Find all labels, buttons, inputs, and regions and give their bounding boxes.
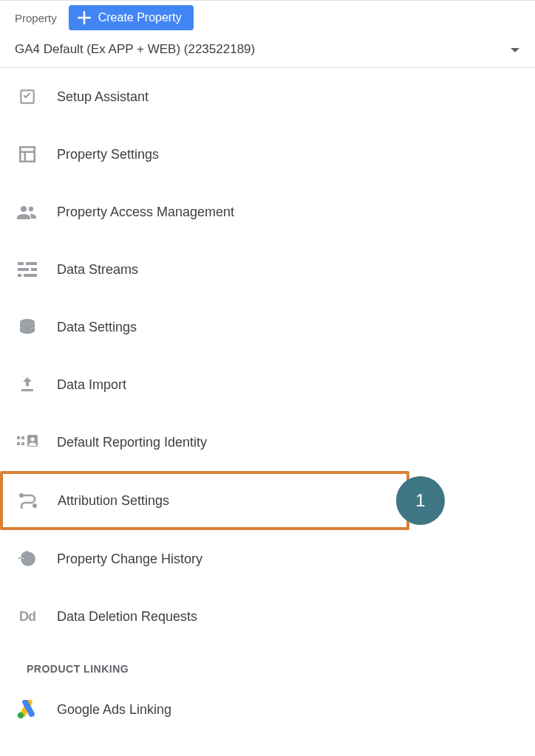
property-selector[interactable]: GA4 Default (Ex APP + WEB) (223522189) bbox=[0, 35, 535, 68]
menu-item-property-settings[interactable]: Property Settings bbox=[0, 126, 535, 183]
menu-label: Data Deletion Requests bbox=[57, 609, 197, 625]
menu-label: Data Streams bbox=[57, 262, 138, 278]
menu-label: Attribution Settings bbox=[58, 493, 169, 509]
menu-item-attribution-settings[interactable]: Attribution Settings bbox=[0, 471, 409, 530]
streams-icon bbox=[17, 259, 38, 280]
svg-point-8 bbox=[20, 319, 35, 325]
property-header: Property Create Property bbox=[0, 0, 535, 35]
history-icon bbox=[17, 549, 38, 569]
menu-label: Default Reporting Identity bbox=[57, 435, 207, 450]
upload-icon bbox=[17, 374, 38, 395]
svg-rect-10 bbox=[21, 436, 24, 439]
database-icon bbox=[17, 317, 38, 337]
svg-rect-5 bbox=[31, 268, 37, 271]
svg-rect-9 bbox=[17, 436, 20, 439]
menu-item-change-history[interactable]: Property Change History bbox=[0, 530, 535, 588]
svg-rect-3 bbox=[26, 262, 37, 265]
menu-label: Property Access Management bbox=[57, 205, 234, 220]
svg-point-19 bbox=[18, 712, 24, 718]
menu-item-data-import[interactable]: Data Import bbox=[0, 356, 535, 413]
attribution-highlight-wrapper: Attribution Settings 1 bbox=[0, 471, 409, 530]
layout-icon bbox=[17, 144, 38, 165]
menu-label: Google Ads Linking bbox=[57, 702, 171, 718]
svg-point-1 bbox=[29, 207, 33, 211]
svg-point-0 bbox=[21, 206, 27, 212]
create-property-label: Create Property bbox=[98, 11, 182, 24]
property-menu: Setup Assistant Property Settings Proper… bbox=[0, 68, 535, 736]
checkbox-icon bbox=[17, 86, 38, 107]
menu-label: Data Import bbox=[57, 377, 126, 393]
create-property-button[interactable]: Create Property bbox=[69, 5, 194, 30]
svg-rect-4 bbox=[18, 268, 29, 271]
svg-rect-6 bbox=[18, 274, 21, 277]
svg-point-16 bbox=[33, 504, 37, 508]
section-product-linking: PRODUCT LINKING bbox=[0, 645, 535, 681]
menu-label: Property Change History bbox=[57, 551, 202, 567]
svg-point-14 bbox=[31, 438, 35, 441]
menu-item-setup-assistant[interactable]: Setup Assistant bbox=[0, 68, 535, 126]
plus-icon bbox=[78, 11, 91, 24]
svg-rect-2 bbox=[18, 262, 24, 265]
menu-item-google-ads-linking[interactable]: Google Ads Linking bbox=[0, 681, 535, 736]
data-deletion-icon: Dd bbox=[17, 606, 38, 627]
attribution-path-icon bbox=[18, 490, 38, 511]
menu-item-data-deletion[interactable]: Dd Data Deletion Requests bbox=[0, 588, 535, 645]
svg-rect-7 bbox=[24, 274, 37, 277]
menu-item-property-access[interactable]: Property Access Management bbox=[0, 183, 535, 241]
menu-label: Data Settings bbox=[57, 320, 137, 335]
people-icon bbox=[17, 202, 38, 222]
menu-item-data-settings[interactable]: Data Settings bbox=[0, 298, 535, 356]
property-selector-label: GA4 Default (Ex APP + WEB) (223522189) bbox=[15, 42, 255, 57]
svg-rect-11 bbox=[17, 442, 20, 445]
google-ads-icon bbox=[17, 699, 38, 720]
menu-label: Setup Assistant bbox=[57, 89, 149, 105]
menu-label: Property Settings bbox=[57, 147, 159, 162]
dropdown-caret-icon bbox=[510, 43, 520, 56]
svg-point-15 bbox=[19, 493, 24, 498]
menu-item-reporting-identity[interactable]: Default Reporting Identity bbox=[0, 413, 535, 471]
property-header-label: Property bbox=[15, 12, 57, 24]
annotation-badge-number: 1 bbox=[415, 490, 425, 511]
annotation-badge: 1 bbox=[396, 476, 445, 525]
identity-icon bbox=[17, 432, 38, 453]
svg-rect-12 bbox=[21, 442, 24, 445]
menu-item-data-streams[interactable]: Data Streams bbox=[0, 241, 535, 298]
